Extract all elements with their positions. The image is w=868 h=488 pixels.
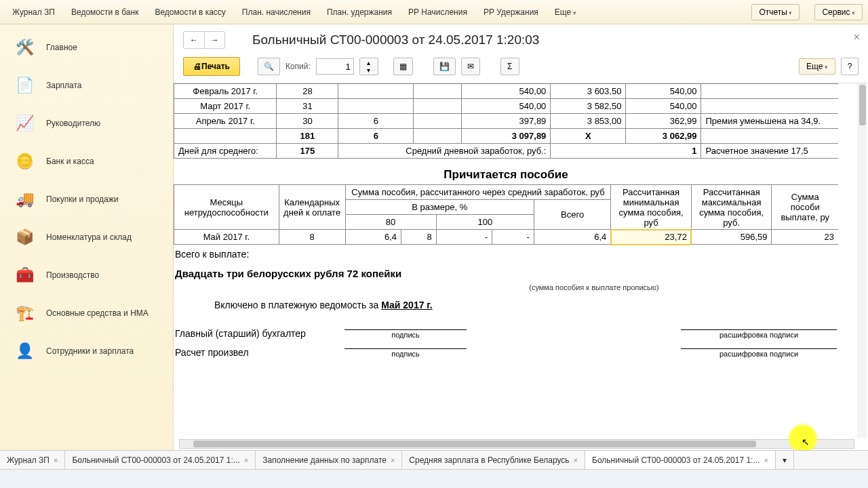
mail-button[interactable]: ✉ (461, 58, 480, 75)
print-button[interactable]: 🖨 Печать (183, 57, 240, 76)
sidebar-item-salary[interactable]: 📄Зарплата (0, 66, 173, 104)
help-button[interactable]: ? (841, 58, 859, 75)
table-header-row: Месяцы нетрудоспособности Календарных дн… (174, 185, 839, 200)
menu-item[interactable]: РР Удержания (477, 3, 545, 21)
sidebar-item-hr[interactable]: 👤Сотрудники и зарплата (0, 332, 173, 370)
grid-button[interactable]: ▦ (393, 58, 413, 75)
sidebar: 🛠️Главное 📄Зарплата 📈Руководителю 🪙Банк … (0, 24, 174, 450)
copies-label: Копий: (285, 62, 311, 71)
calcby-label: Расчет произвел (175, 347, 324, 358)
save-button[interactable]: 💾 (433, 58, 456, 75)
payout-words-note: (сумма пособия к выплате прописью) (350, 283, 838, 291)
signature-slot: подпись (344, 348, 467, 358)
table-row: Февраль 2017 г. 28 540,00 3 603,50 540,0… (174, 84, 839, 99)
table-total-row: 18163 097,89X3 062,99 (174, 129, 839, 144)
nav-buttons: ← → (183, 31, 225, 49)
sidebar-item-label: Основные средства и НМА (46, 308, 149, 318)
sidebar-item-assets[interactable]: 🏗️Основные средства и НМА (0, 294, 173, 332)
preview-button[interactable]: 🔍 (258, 58, 280, 75)
sidebar-item-bank[interactable]: 🪙Банк и касса (0, 142, 173, 180)
sidebar-item-main[interactable]: 🛠️Главное (0, 28, 173, 66)
reports-button[interactable]: Отчеты (751, 4, 800, 20)
bottom-tabs: Журнал ЗП× Больничный СТ00-000003 от 24.… (0, 450, 868, 469)
desk-icon: 🛠️ (11, 37, 38, 58)
tools-icon: 🧰 (11, 264, 38, 286)
menu-item[interactable]: РР Начисления (401, 3, 474, 21)
signature-decode-slot: расшифровка подписи (681, 348, 837, 358)
spinner-icon[interactable]: ▴▾ (359, 58, 378, 75)
more-button[interactable]: Еще (799, 58, 835, 75)
payout-words: Двадцать три белорусских рубля 72 копейк… (174, 264, 838, 283)
menu-item[interactable]: Ведомости в кассу (148, 3, 232, 21)
sidebar-item-manager[interactable]: 📈Руководителю (0, 104, 173, 142)
table-row: Апрель 2017 г.306397,893 853,00362,99Пре… (174, 114, 839, 129)
vertical-scrollbar[interactable] (857, 83, 867, 438)
sum-button[interactable]: Σ (500, 58, 519, 75)
doc-icon: 📄 (11, 75, 38, 96)
top-menu: Журнал ЗП Ведомости в банк Ведомости в к… (0, 0, 868, 24)
tab-item[interactable]: Больничный СТ00-000003 от 24.05.2017 1:.… (585, 451, 776, 469)
section-title: Причитается пособие (174, 159, 838, 184)
earnings-table: Февраль 2017 г. 28 540,00 3 603,50 540,0… (174, 83, 838, 159)
table-footer-row: Дней для среднего: 175 Средний дневной з… (174, 144, 839, 159)
table-row: Май 2017 г. 8 6,4 8 - - 6,4 23,72 596,59… (174, 230, 839, 245)
chart-icon: 📈 (11, 113, 38, 134)
sidebar-item-label: Сотрудники и зарплата (46, 346, 134, 356)
close-icon[interactable]: × (764, 456, 768, 464)
signature-row: Расчет произвел подпись расшифровка подп… (174, 343, 838, 362)
accountant-label: Главный (старший) бухгалтер (175, 328, 324, 339)
sidebar-item-trade[interactable]: 🚚Покупки и продажи (0, 180, 173, 218)
coins-icon: 🪙 (11, 150, 38, 172)
toolbar: 🖨 Печать 🔍 Копий: ▴▾ ▦ 💾 ✉ Σ Еще ? (174, 53, 868, 83)
status-bar (0, 469, 868, 488)
payout-label: Всего к выплате: (174, 245, 838, 264)
close-icon[interactable]: × (244, 456, 248, 464)
service-button[interactable]: Сервис (814, 4, 863, 20)
horizontal-scrollbar[interactable] (179, 439, 854, 449)
signature-decode-slot: расшифровка подписи (681, 329, 837, 339)
menu-item[interactable]: Ведомости в банк (64, 3, 145, 21)
close-icon[interactable]: × (391, 456, 395, 464)
menu-item[interactable]: Журнал ЗП (5, 3, 62, 21)
table-row: Март 2017 г.31540,003 582,50540,00 (174, 99, 839, 114)
person-icon: 👤 (11, 340, 38, 362)
sidebar-item-label: Руководителю (46, 119, 100, 128)
box-icon: 📦 (11, 226, 38, 248)
tab-item[interactable]: Заполнение данных по зарплате× (256, 451, 402, 469)
sidebar-item-label: Главное (46, 43, 77, 52)
document-body: Февраль 2017 г. 28 540,00 3 603,50 540,0… (174, 83, 868, 450)
sidebar-item-label: Банк и касса (46, 157, 94, 166)
sidebar-item-label: Зарплата (46, 81, 82, 90)
signature-slot: подпись (344, 329, 467, 339)
menu-item[interactable]: План. начисления (235, 3, 317, 21)
sidebar-item-label: Покупки и продажи (46, 195, 119, 204)
menu-more[interactable]: Еще (548, 3, 583, 21)
sidebar-item-stock[interactable]: 📦Номенклатура и склад (0, 218, 173, 256)
menu-item[interactable]: План. удержания (320, 3, 399, 21)
close-icon[interactable]: × (54, 456, 58, 464)
signature-row: Главный (старший) бухгалтер подпись расш… (174, 324, 838, 343)
truck-icon: 🚚 (11, 188, 38, 210)
benefit-table: Месяцы нетрудоспособности Календарных дн… (174, 184, 838, 245)
page-title: Больничный СТ00-000003 от 24.05.2017 1:2… (252, 33, 539, 47)
tab-item[interactable]: Больничный СТ00-000003 от 24.05.2017 1:.… (65, 451, 256, 469)
building-icon: 🏗️ (11, 302, 38, 324)
tab-item[interactable]: Журнал ЗП× (0, 451, 65, 469)
sidebar-item-prod[interactable]: 🧰Производство (0, 256, 173, 294)
sidebar-item-label: Производство (46, 270, 99, 280)
highlighted-cell[interactable]: 23,72 (611, 230, 692, 245)
tab-overflow-icon[interactable]: ▾ (776, 451, 794, 469)
nav-back-button[interactable]: ← (184, 32, 204, 48)
included-line: Включено в платежную ведомость за Май 20… (174, 291, 838, 314)
close-icon[interactable]: × (854, 31, 860, 43)
close-icon[interactable]: × (574, 456, 578, 464)
tab-item[interactable]: Средняя зарплата в Республике Беларусь× (402, 451, 585, 469)
sidebar-item-label: Номенклатура и склад (46, 232, 132, 242)
copies-input[interactable] (316, 58, 354, 75)
nav-forward-button[interactable]: → (204, 32, 224, 48)
content-area: × ← → Больничный СТ00-000003 от 24.05.20… (174, 24, 868, 450)
